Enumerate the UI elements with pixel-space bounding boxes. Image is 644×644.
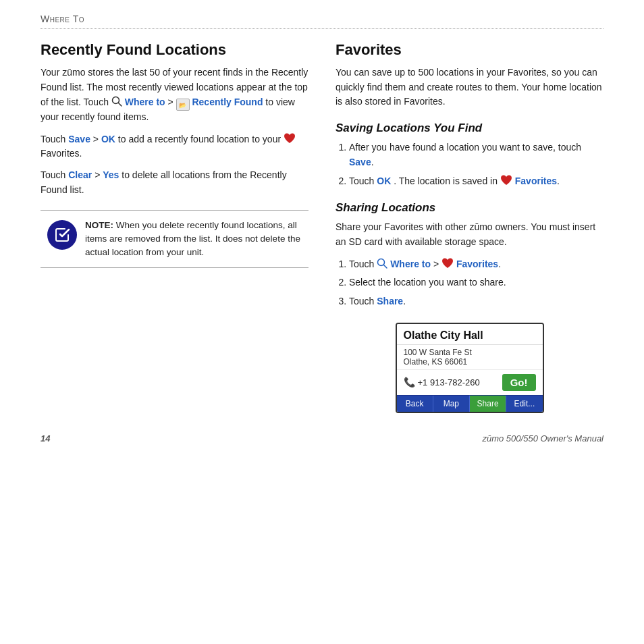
- saving-list: After you have found a location you want…: [336, 140, 603, 189]
- svg-line-1: [118, 103, 122, 107]
- favorites-title: Favorites: [336, 41, 603, 59]
- ok-link-1[interactable]: OK: [101, 134, 115, 144]
- footer-manual-name: zūmo 500/550 Owner's Manual: [482, 433, 603, 444]
- device-city-name: Olathe City Hall: [404, 329, 536, 342]
- page-footer: 14 zūmo 500/550 Owner's Manual: [41, 433, 603, 444]
- device-address-line2: Olathe, KS 66061: [404, 357, 536, 367]
- device-map-button[interactable]: Map: [433, 396, 470, 412]
- device-edit-button[interactable]: Edit...: [506, 396, 542, 412]
- sharing-title: Sharing Locations: [336, 201, 603, 215]
- heart-icon-2: [500, 175, 512, 186]
- note-box: NOTE: When you delete recently found loc…: [41, 210, 308, 269]
- device-share-button[interactable]: Share: [470, 396, 506, 412]
- share-link[interactable]: Share: [377, 296, 403, 306]
- recently-found-link[interactable]: Recently Found: [192, 97, 263, 107]
- favorites-link-2[interactable]: Favorites: [456, 259, 498, 269]
- two-column-layout: Recently Found Locations Your zūmo store…: [41, 41, 603, 413]
- favorites-link[interactable]: Favorites: [515, 176, 557, 186]
- note-icon: [47, 220, 77, 250]
- where-to-link-2[interactable]: Where to: [390, 259, 431, 269]
- where-to-link-1[interactable]: Where to: [125, 97, 165, 107]
- heart-icon-3: [441, 258, 454, 269]
- saving-step-1: After you have found a location you want…: [349, 140, 603, 169]
- sharing-step-3: Touch Share.: [349, 294, 603, 309]
- paragraph-2: Touch Save > OK to add a recently found …: [41, 132, 308, 161]
- header-label: Where To: [41, 14, 84, 24]
- go-button[interactable]: Go!: [502, 374, 536, 391]
- magnifier-icon-2: [377, 258, 387, 269]
- saving-title: Saving Locations You Find: [336, 122, 603, 135]
- device-address-line1: 100 W Santa Fe St: [404, 348, 536, 357]
- heart-icon-1: [284, 133, 296, 144]
- clear-link[interactable]: Clear: [68, 169, 92, 180]
- recently-found-icon: 📂: [176, 99, 190, 111]
- right-column: Favorites You can save up to 500 locatio…: [336, 41, 603, 413]
- device-screenshot: Olathe City Hall 100 W Santa Fe St Olath…: [396, 323, 544, 413]
- save-link-1[interactable]: Save: [68, 134, 90, 144]
- left-column: Recently Found Locations Your zūmo store…: [41, 41, 308, 413]
- recently-found-title: Recently Found Locations: [41, 41, 308, 59]
- svg-line-3: [384, 265, 387, 268]
- device-phone-number: +1 913-782-260: [418, 377, 480, 387]
- magnifier-icon: [111, 96, 122, 107]
- note-text: NOTE: When you delete recently found loc…: [85, 219, 300, 260]
- phone-icon: 📞: [404, 377, 415, 387]
- paragraph-1: Your zūmo stores the last 50 of your rec…: [41, 65, 308, 125]
- paragraph-3: Touch Clear > Yes to delete all location…: [41, 168, 308, 197]
- yes-link[interactable]: Yes: [103, 169, 119, 180]
- ok-link-2[interactable]: OK: [377, 176, 391, 186]
- saving-step-2: Touch OK . The location is saved in Favo…: [349, 173, 603, 189]
- save-link-2[interactable]: Save: [349, 157, 371, 167]
- sharing-step-2: Select the location you want to share.: [349, 275, 603, 290]
- favorites-para: You can save up to 500 locations in your…: [336, 65, 603, 109]
- device-title-bar: Olathe City Hall: [397, 324, 543, 345]
- sharing-para: Share your Favorites with other zūmo own…: [336, 220, 603, 249]
- note-label: NOTE:: [85, 220, 113, 230]
- device-phone: 📞 +1 913-782-260: [404, 377, 480, 387]
- device-back-button[interactable]: Back: [397, 396, 433, 412]
- page-header: Where To: [41, 14, 603, 29]
- device-phone-row: 📞 +1 913-782-260 Go!: [397, 369, 543, 395]
- device-address: 100 W Santa Fe St Olathe, KS 66061: [397, 345, 543, 369]
- footer-page-number: 14: [41, 433, 50, 444]
- sharing-step-1: Touch Where to > F: [349, 257, 603, 272]
- device-nav-bar: Back Map Share Edit...: [397, 395, 543, 412]
- sharing-list: Touch Where to > F: [336, 257, 603, 309]
- page: Where To Recently Found Locations Your z…: [0, 0, 644, 644]
